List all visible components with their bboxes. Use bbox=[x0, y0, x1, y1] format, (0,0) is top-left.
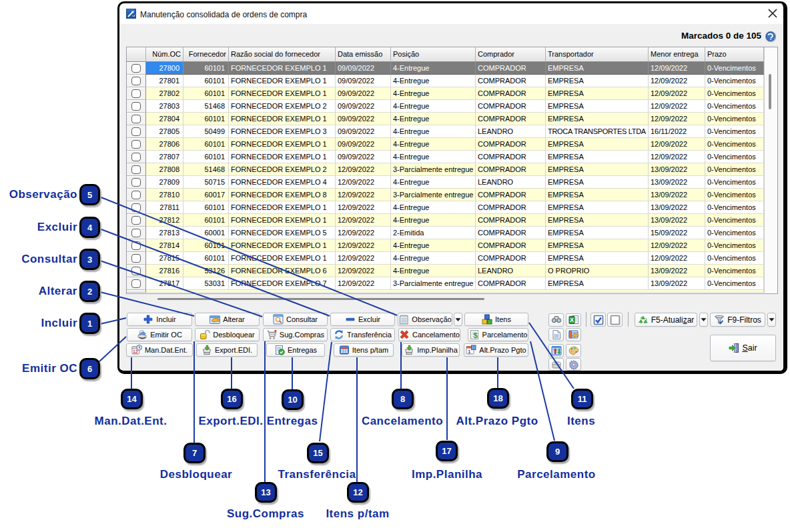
svg-text:1: 1 bbox=[468, 349, 471, 355]
svg-text:$: $ bbox=[473, 331, 477, 339]
svg-text:X: X bbox=[569, 317, 573, 323]
